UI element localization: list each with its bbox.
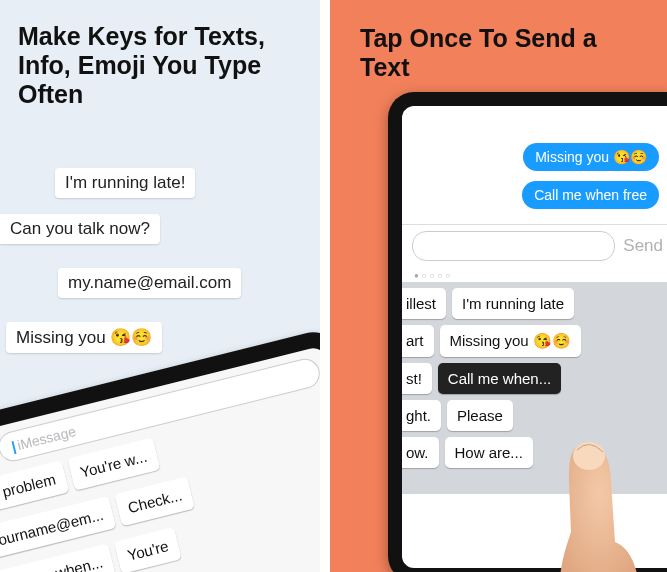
phone-mockup-left: | iMessage No problem You're w... yourna…	[0, 326, 320, 572]
key-fragment-ght[interactable]: ght.	[402, 400, 441, 431]
key-fragment-st[interactable]: st!	[402, 363, 432, 394]
example-chip-email: my.name@email.com	[58, 268, 241, 298]
key-how-are[interactable]: How are...	[445, 437, 533, 468]
key-fragment-ow[interactable]: ow.	[402, 437, 439, 468]
example-chip-missing: Missing you 😘☺️	[6, 322, 162, 353]
sent-bubble-1: Missing you 😘☺️	[523, 143, 659, 171]
send-button[interactable]: Send	[623, 236, 663, 256]
key-call-me-when-selected[interactable]: Call me when...	[438, 363, 561, 394]
key-running-late[interactable]: I'm running late	[452, 288, 574, 319]
message-placeholder: iMessage	[15, 423, 77, 453]
key-please[interactable]: Please	[447, 400, 513, 431]
key-missing-you[interactable]: Missing you 😘☺️	[440, 325, 581, 357]
example-chip-talk: Can you talk now?	[0, 214, 160, 244]
example-chip-late: I'm running late!	[55, 168, 195, 198]
key-fragment-illest[interactable]: illest	[402, 288, 446, 319]
custom-keyboard: illest I'm running late art Missing you …	[402, 282, 667, 494]
conversation-area: Missing you 😘☺️ Call me when free	[402, 106, 667, 224]
key-youre[interactable]: You're	[114, 527, 182, 572]
phone-mockup-right: Missing you 😘☺️ Call me when free Send ●…	[388, 92, 667, 572]
headline-left: Make Keys for Texts, Info, Emoji You Typ…	[0, 0, 320, 118]
key-check[interactable]: Check...	[115, 476, 196, 526]
sent-bubble-2: Call me when free	[522, 181, 659, 209]
compose-bar: Send	[402, 224, 667, 267]
key-fragment-art[interactable]: art	[402, 325, 434, 357]
page-dots: ●○○○○	[402, 267, 667, 282]
promo-panel-right: Tap Once To Send a Text Missing you 😘☺️ …	[330, 0, 667, 572]
headline-right: Tap Once To Send a Text	[330, 0, 667, 92]
promo-panel-left: Make Keys for Texts, Info, Emoji You Typ…	[0, 0, 320, 572]
compose-input[interactable]	[412, 231, 615, 261]
